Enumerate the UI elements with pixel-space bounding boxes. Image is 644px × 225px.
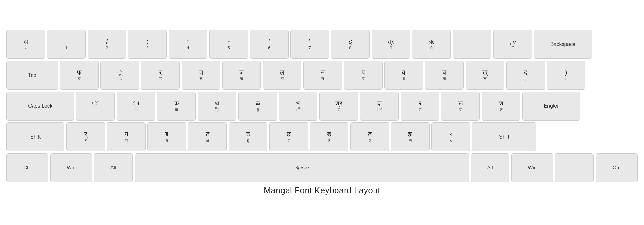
row-1: Tabफञुःरमततजजललननपपववचचख्ङद्,)( (6, 61, 638, 90)
key-r2-k8[interactable]: ज्ञा (360, 92, 399, 121)
key-r1-k7[interactable]: नन (303, 61, 342, 90)
key-r1-k10[interactable]: चच (425, 61, 464, 90)
keyboard: द्य॰।1/2:3*4-5'6'7छ्8त्र9ऋ0·;ॅBackspaceT… (6, 30, 638, 182)
key-r1-k3[interactable]: रम (141, 61, 180, 90)
key-r1-k0[interactable]: Tab (6, 61, 58, 90)
key-r4-k4[interactable]: Alt (471, 153, 509, 182)
key-r2-k6[interactable]: भी (279, 92, 317, 121)
row-3: Shiftर्रगगबबटअठइछदडउढएझणεεShift (6, 122, 638, 151)
key-r3-k3[interactable]: बब (147, 122, 186, 151)
key-r1-k12[interactable]: द्, (506, 61, 545, 90)
key-r0-k0[interactable]: द्य॰ (6, 30, 45, 59)
key-r0-k13[interactable]: Backspace (534, 30, 592, 59)
row-4: CtrlWinAltSpaceAltWinCtrl (6, 153, 638, 182)
key-r1-k13[interactable]: )( (547, 61, 585, 90)
key-r1-k6[interactable]: लल (263, 61, 301, 90)
key-r0-k1[interactable]: ।1 (47, 30, 86, 59)
key-r4-k2[interactable]: Alt (94, 153, 133, 182)
key-r4-k6[interactable] (555, 153, 594, 182)
key-r2-k0[interactable]: Caps Lock (6, 92, 74, 121)
key-r3-k11[interactable]: Shift (472, 122, 536, 151)
key-r4-k0[interactable]: Ctrl (6, 153, 48, 182)
key-r0-k11[interactable]: ·; (453, 30, 491, 59)
key-r0-k8[interactable]: छ्8 (331, 30, 370, 59)
key-r3-k7[interactable]: डउ (310, 122, 348, 151)
key-r0-k6[interactable]: '6 (250, 30, 289, 59)
key-r3-k8[interactable]: ढए (350, 122, 389, 151)
key-r0-k10[interactable]: ऋ0 (412, 30, 451, 59)
key-r2-k10[interactable]: रूय (441, 92, 480, 121)
key-r1-k4[interactable]: तत (182, 61, 220, 90)
keyboard-title: Mangal Font Keyboard Layout (264, 185, 380, 195)
key-r4-k7[interactable]: Ctrl (596, 153, 638, 182)
key-r0-k5[interactable]: -5 (209, 30, 248, 59)
key-r0-k4[interactable]: *4 (169, 30, 207, 59)
key-r1-k5[interactable]: जज (222, 61, 261, 90)
key-r1-k8[interactable]: पप (344, 61, 383, 90)
key-r2-k2[interactable]: ाॅ (117, 92, 155, 121)
key-r2-k7[interactable]: श्रर (319, 92, 358, 121)
key-r2-k9[interactable]: रस (401, 92, 439, 121)
key-r0-k3[interactable]: :3 (128, 30, 167, 59)
key-r0-k12[interactable]: ॅ (493, 30, 532, 59)
key-r2-k12[interactable]: Engter (522, 92, 580, 121)
key-r1-k2[interactable]: ुः (100, 61, 139, 90)
row-2: Caps Lockा·ाॅककथिळहभीश्ररज्ञारसरूयशठEngt… (6, 92, 638, 121)
key-r2-k4[interactable]: थि (198, 92, 236, 121)
key-r3-k5[interactable]: ठइ (229, 122, 267, 151)
key-r4-k3[interactable]: Space (135, 153, 469, 182)
key-r3-k10[interactable]: εε (431, 122, 470, 151)
row-0: द्य॰।1/2:3*4-5'6'7छ्8त्र9ऋ0·;ॅBackspace (6, 30, 638, 59)
key-r0-k9[interactable]: त्र9 (372, 30, 410, 59)
key-r0-k7[interactable]: '7 (290, 30, 329, 59)
key-r4-k5[interactable]: Win (511, 153, 553, 182)
key-r0-k2[interactable]: /2 (88, 30, 126, 59)
key-r3-k6[interactable]: छद (269, 122, 308, 151)
key-r3-k9[interactable]: झण (391, 122, 430, 151)
key-r1-k9[interactable]: वव (384, 61, 423, 90)
key-r3-k1[interactable]: र्र (66, 122, 105, 151)
key-r1-k1[interactable]: फञ (60, 61, 99, 90)
key-r2-k5[interactable]: ळह (238, 92, 277, 121)
key-r3-k2[interactable]: गग (107, 122, 146, 151)
key-r1-k11[interactable]: ख्ङ (466, 61, 504, 90)
key-r3-k4[interactable]: टअ (188, 122, 227, 151)
key-r2-k11[interactable]: शठ (482, 92, 520, 121)
key-r4-k1[interactable]: Win (50, 153, 92, 182)
key-r2-k3[interactable]: कक (157, 92, 196, 121)
key-r2-k1[interactable]: ा· (76, 92, 115, 121)
key-r3-k0[interactable]: Shift (6, 122, 64, 151)
